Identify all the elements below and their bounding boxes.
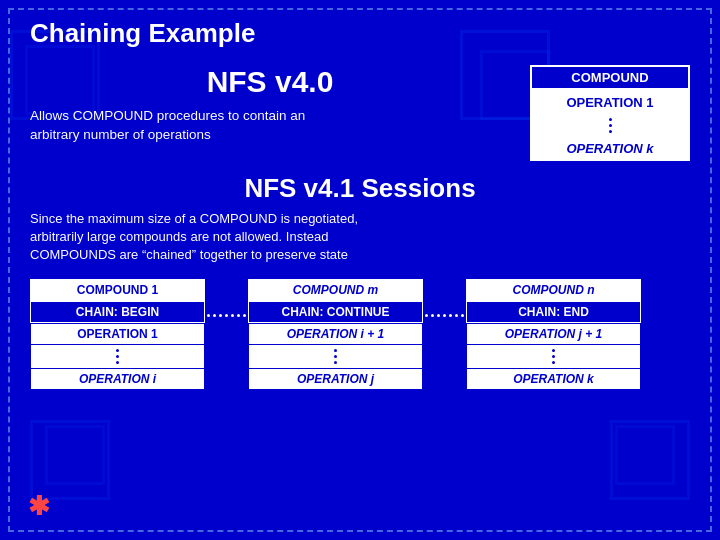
- chain2-op-row: OPERATION i + 1: [248, 323, 423, 345]
- page-title: Chaining Example: [30, 18, 690, 49]
- dotted-line1: [207, 314, 246, 317]
- chain3-op-row: OPERATION j + 1: [466, 323, 641, 345]
- connector1: [205, 314, 248, 317]
- compound-diagram: COMPOUND OPERATION 1 OPERATION k: [530, 65, 690, 161]
- chain2-header: COMPOUND m: [248, 279, 423, 301]
- nfs-v41-description: Since the maximum size of a COMPOUND is …: [30, 210, 690, 265]
- chain1-op-last: OPERATION i: [30, 368, 205, 390]
- chains-diagram: COMPOUND 1 CHAIN: BEGIN OPERATION 1 OPER…: [30, 279, 690, 390]
- chain2-chain-row: CHAIN: CONTINUE: [248, 301, 423, 323]
- dot: [609, 130, 612, 133]
- chain2-block: COMPOUND m CHAIN: CONTINUE OPERATION i +…: [248, 279, 423, 390]
- operation1-label: OPERATION 1: [530, 90, 690, 115]
- dot: [609, 124, 612, 127]
- chain3-chain-row: CHAIN: END: [466, 301, 641, 323]
- chain1-op-row: OPERATION 1: [30, 323, 205, 345]
- dotted-line2: [425, 314, 464, 317]
- operation-k-label: OPERATION k: [530, 136, 690, 161]
- dot: [609, 118, 612, 121]
- chain1-block: COMPOUND 1 CHAIN: BEGIN OPERATION 1 OPER…: [30, 279, 205, 390]
- chain1-chain-row: CHAIN: BEGIN: [30, 301, 205, 323]
- diagram-dots: [530, 115, 690, 136]
- chain1-header: COMPOUND 1: [30, 279, 205, 301]
- nfs-v4-description: Allows COMPOUND procedures to contain an…: [30, 107, 510, 145]
- chain2-dots: [248, 345, 423, 368]
- chain1-dots: [30, 345, 205, 368]
- compound-label: COMPOUND: [530, 65, 690, 90]
- chain3-header: COMPOUND n: [466, 279, 641, 301]
- chain3-block: COMPOUND n CHAIN: END OPERATION j + 1 OP…: [466, 279, 641, 390]
- asterisk-symbol: ✱: [28, 491, 50, 522]
- connector2: [423, 314, 466, 317]
- nfs-v4-title: NFS v4.0: [30, 65, 510, 99]
- chain2-op-last: OPERATION j: [248, 368, 423, 390]
- chain3-dots: [466, 345, 641, 368]
- nfs-v41-title: NFS v4.1 Sessions: [30, 173, 690, 204]
- chain3-op-last: OPERATION k: [466, 368, 641, 390]
